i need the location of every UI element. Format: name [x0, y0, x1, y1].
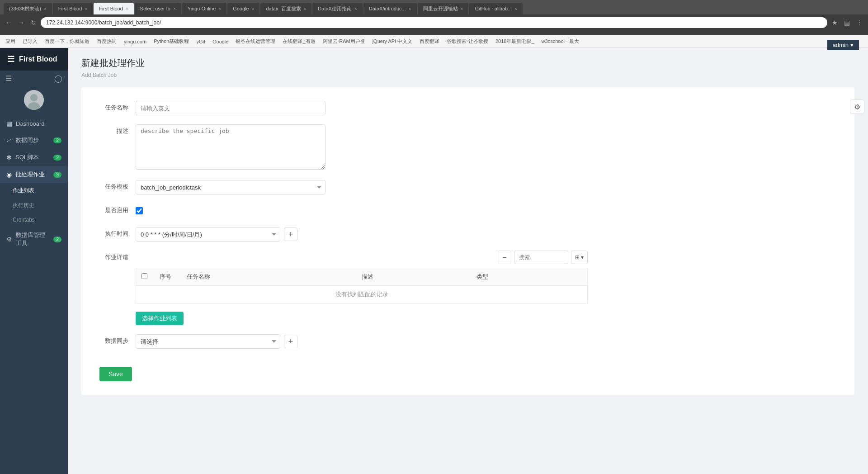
bookmark-imported[interactable]: 已导入 [21, 37, 39, 46]
tab-close-3[interactable]: × [173, 6, 176, 11]
batch-badge: 3 [53, 172, 61, 178]
forward-button[interactable]: → [16, 18, 26, 27]
task-table-body: 没有找到匹配的记录 [136, 286, 588, 303]
tab-close-0[interactable]: × [44, 6, 47, 11]
tab-4[interactable]: Yingu Online × [182, 3, 226, 14]
page-title: 新建批处理作业 [81, 57, 854, 69]
bookmark-google[interactable]: Google [211, 38, 230, 45]
admin-area[interactable]: admin ▾ [827, 40, 859, 50]
cron-add-button[interactable]: + [284, 228, 297, 241]
sidebar-item-batch-job[interactable]: ◉ 批处理作业 3 [0, 166, 68, 183]
datasync-add-button[interactable]: + [284, 335, 297, 348]
tab-0[interactable]: (33638封未读) × [4, 3, 52, 14]
enabled-control [136, 204, 326, 218]
sidebar-toggle-icon[interactable]: ☰ [5, 74, 12, 83]
bookmark-google-search[interactable]: 谷歌搜索-让谷歌搜 [445, 37, 490, 46]
template-label: 任务模板 [99, 180, 136, 191]
tab-close-5[interactable]: × [252, 6, 255, 11]
bookmark-3[interactable]: 百度热词 [95, 37, 118, 46]
sidebar-sub-crontabs[interactable]: Crontabs [0, 213, 68, 227]
tab-close-1[interactable]: × [85, 6, 87, 11]
save-row: Save [99, 358, 836, 381]
tab-6[interactable]: datax_百度搜索 × [260, 3, 311, 14]
back-button[interactable]: ← [4, 18, 14, 27]
sidebar-top-icons: ☰ ◯ [0, 71, 68, 86]
bookmark-baidu-translate[interactable]: 百度翻译 [418, 37, 441, 46]
address-bar: ← → ↻ ★ ▤ ⋮ [0, 14, 868, 31]
bookmark-baidu[interactable]: 百度一下，你就知道 [43, 37, 91, 46]
sidebar-item-db-tools[interactable]: ⚙ 数据库管理工具 2 [0, 227, 68, 252]
select-all-checkbox[interactable] [142, 273, 147, 279]
tab-close-6[interactable]: × [304, 6, 307, 11]
col-seq: 序号 [154, 268, 181, 286]
desc-textarea[interactable] [136, 124, 326, 170]
db-badge: 2 [53, 237, 61, 242]
select-job-list-button[interactable]: 选择作业列表 [136, 312, 184, 325]
sql-icon: ✱ [6, 154, 12, 161]
tab-close-10[interactable]: × [514, 6, 517, 11]
refresh-button[interactable]: ↻ [29, 18, 38, 27]
desc-label: 描述 [99, 124, 136, 135]
datasync-select[interactable]: 请选择 [136, 334, 280, 349]
tab-close-2[interactable]: × [126, 6, 128, 11]
sidebar-item-data-sync[interactable]: ⇌ 数据同步 2 [0, 132, 68, 149]
col-checkbox [136, 268, 154, 286]
sidebar-sub-label-job-list: 作业列表 [13, 187, 34, 194]
bookmark-movies[interactable]: 2018年最新电影_ [494, 37, 536, 46]
sidebar-sub-job-list[interactable]: 作业列表 [0, 183, 68, 198]
sidebar-sub-exec-history[interactable]: 执行历史 [0, 198, 68, 213]
admin-label: admin [833, 42, 849, 48]
hamburger-icon[interactable]: ☰ [7, 54, 14, 64]
tab-5[interactable]: Google × [227, 3, 259, 14]
cron-select[interactable]: 0 0 * * * (分/时/周/日/月) [136, 227, 280, 242]
tab-1[interactable]: First Blood × [53, 3, 93, 14]
enabled-label: 是否启用 [99, 204, 136, 214]
bookmark-apps[interactable]: 应用 [4, 37, 17, 46]
task-name-label: 任务名称 [99, 101, 136, 112]
tab-7[interactable]: DataX使用指南 × [312, 3, 362, 14]
svg-point-1 [30, 94, 38, 101]
tab-2[interactable]: First Blood × [94, 3, 133, 14]
bookmark-ygit[interactable]: yGit [194, 38, 207, 45]
cron-row: 执行时间 0 0 * * * (分/时/周/日/月) + [99, 227, 836, 242]
datasync-control: 请选择 + [136, 334, 297, 349]
bookmark-jquery[interactable]: jQuery API 中文文 [371, 37, 415, 46]
tab-8[interactable]: DataX/introduc... × [363, 3, 417, 14]
address-input[interactable] [41, 17, 827, 28]
sidebar-item-dashboard[interactable]: ▦ Dashboard [0, 115, 68, 132]
bookmark-star[interactable]: ★ [830, 18, 840, 27]
tab-close-8[interactable]: × [409, 6, 411, 11]
sql-badge: 2 [53, 155, 61, 161]
bookmark-yingu[interactable]: yingu.com [122, 38, 148, 45]
tab-3[interactable]: Select user to × [135, 3, 181, 14]
sidebar-header: ☰ First Blood [0, 48, 68, 71]
tab-9[interactable]: 阿里云开源镜站 × [418, 3, 469, 14]
bookmark-aliyun-ram[interactable]: 阿里云-RAM用户登 [321, 37, 367, 46]
bookmark-python[interactable]: Python基础教程 [152, 37, 191, 46]
task-remove-button[interactable]: − [498, 251, 511, 264]
enabled-row: 是否启用 [99, 204, 836, 218]
datasync-row: 数据同步 请选择 + [99, 334, 836, 349]
settings-gear[interactable]: ⚙ [850, 100, 864, 114]
sidebar-power-icon[interactable]: ◯ [54, 74, 62, 83]
sidebar-item-sql[interactable]: ✱ SQL脚本 2 [0, 149, 68, 166]
enabled-checkbox[interactable] [136, 207, 143, 214]
bookmark-youdao[interactable]: 在线翻译_有道 [281, 37, 317, 46]
col-type: 类型 [471, 268, 587, 286]
bookmark-yinggu-ops[interactable]: 银谷在线运营管理 [234, 37, 277, 46]
tab-close-7[interactable]: × [354, 6, 357, 11]
bookmark-w3cschool[interactable]: w3cschool - 最大 [540, 37, 581, 46]
task-name-input[interactable] [136, 101, 326, 115]
tab-close-9[interactable]: × [461, 6, 463, 11]
grid-icon: ⊞ [575, 254, 580, 261]
sidebar-item-label-db: 数据库管理工具 [16, 231, 50, 247]
extensions-button[interactable]: ▤ [842, 18, 852, 27]
menu-button[interactable]: ⋮ [854, 18, 864, 27]
task-search-input[interactable] [514, 251, 568, 264]
tab-close-4[interactable]: × [218, 6, 221, 11]
task-grid-button[interactable]: ⊞ ▾ [571, 251, 588, 264]
desc-control [136, 124, 326, 171]
tab-10[interactable]: GitHub · alibab... × [469, 3, 523, 14]
save-button[interactable]: Save [99, 367, 132, 381]
template-select[interactable]: batch_job_periodictask [136, 180, 326, 194]
